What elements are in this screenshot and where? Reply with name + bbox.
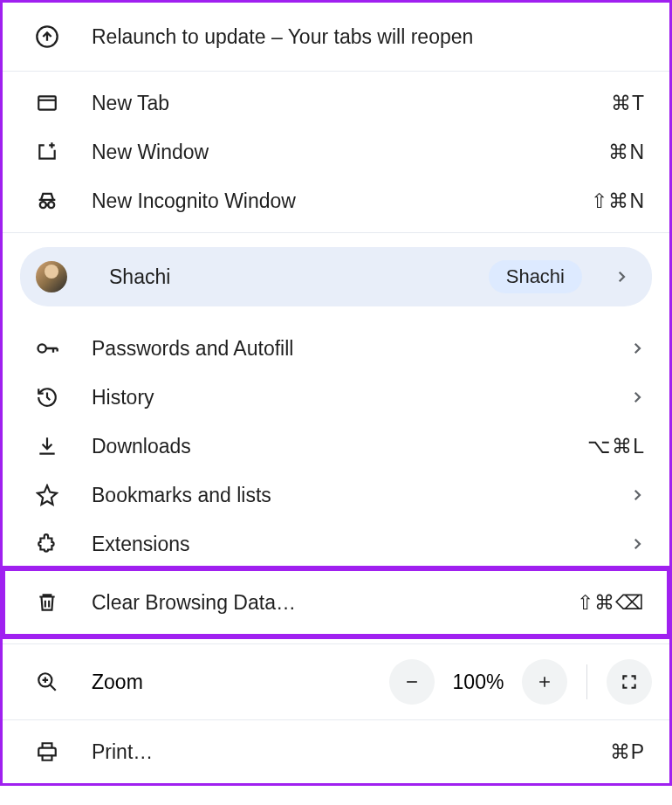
new-window-item[interactable]: New Window ⌘N — [3, 127, 669, 176]
history-label: History — [92, 386, 629, 409]
relaunch-update-label: Relaunch to update – Your tabs will reop… — [92, 25, 645, 49]
print-label: Print… — [92, 740, 610, 764]
new-tab-item[interactable]: New Tab ⌘T — [3, 79, 669, 127]
zoom-row: Zoom 100% — [3, 644, 669, 719]
chevron-right-icon — [614, 269, 629, 285]
downloads-label: Downloads — [92, 435, 587, 458]
clear-browsing-data-label: Clear Browsing Data… — [92, 591, 577, 615]
profile-label: Shachi — [109, 265, 489, 289]
star-icon — [34, 482, 60, 508]
chevron-right-icon — [629, 341, 645, 356]
zoom-controls: 100% — [389, 659, 652, 705]
chrome-menu: Relaunch to update – Your tabs will reop… — [0, 0, 672, 786]
profile-section: Shachi Shachi Passwords and Autofill His… — [3, 232, 669, 643]
new-window-shortcut: ⌘N — [608, 141, 645, 164]
bookmarks-item[interactable]: Bookmarks and lists — [3, 471, 669, 519]
new-tab-label: New Tab — [92, 92, 611, 115]
history-icon — [34, 384, 60, 410]
chevron-right-icon — [629, 536, 645, 552]
key-icon — [34, 335, 60, 361]
profile-badge: Shachi — [489, 260, 582, 293]
svg-point-3 — [48, 202, 54, 208]
new-section: New Tab ⌘T New Window ⌘N New Incognito W… — [3, 71, 669, 232]
bookmarks-label: Bookmarks and lists — [92, 484, 629, 507]
tab-icon — [34, 90, 60, 116]
print-item[interactable]: Print… ⌘P — [3, 727, 669, 776]
avatar — [36, 261, 67, 292]
fullscreen-button[interactable] — [607, 659, 652, 705]
trash-icon — [34, 589, 60, 616]
new-tab-shortcut: ⌘T — [611, 92, 645, 115]
clear-browsing-data-shortcut: ⇧⌘⌫ — [577, 591, 645, 615]
extension-icon — [34, 531, 60, 557]
zoom-in-button[interactable] — [522, 659, 567, 705]
chevron-right-icon — [629, 487, 645, 503]
download-icon — [34, 433, 60, 459]
update-arrow-icon — [34, 24, 60, 50]
zoom-out-button[interactable] — [389, 659, 435, 705]
zoom-value: 100% — [449, 671, 508, 694]
zoom-section: Zoom 100% — [3, 643, 669, 719]
zoom-icon — [34, 669, 60, 695]
extensions-label: Extensions — [92, 533, 629, 556]
print-shortcut: ⌘P — [610, 740, 645, 764]
zoom-label: Zoom — [92, 671, 389, 694]
chevron-right-icon — [629, 389, 645, 405]
history-item[interactable]: History — [3, 373, 669, 422]
new-incognito-label: New Incognito Window — [92, 189, 591, 213]
svg-rect-1 — [38, 96, 56, 109]
relaunch-update-item[interactable]: Relaunch to update – Your tabs will reop… — [3, 3, 669, 71]
svg-point-2 — [40, 202, 46, 208]
print-section: Print… ⌘P — [3, 719, 669, 783]
new-window-icon — [34, 139, 60, 165]
passwords-item[interactable]: Passwords and Autofill — [3, 324, 669, 373]
new-incognito-shortcut: ⇧⌘N — [591, 189, 645, 213]
profile-item[interactable]: Shachi Shachi — [20, 247, 652, 306]
downloads-item[interactable]: Downloads ⌥⌘L — [3, 422, 669, 471]
svg-point-4 — [38, 344, 46, 352]
incognito-icon — [34, 188, 60, 214]
passwords-label: Passwords and Autofill — [92, 337, 629, 361]
divider — [586, 664, 587, 699]
new-incognito-item[interactable]: New Incognito Window ⇧⌘N — [3, 176, 669, 225]
print-icon — [34, 739, 60, 765]
new-window-label: New Window — [92, 141, 608, 164]
extensions-item[interactable]: Extensions — [3, 519, 669, 568]
clear-browsing-data-item[interactable]: Clear Browsing Data… ⇧⌘⌫ — [3, 568, 669, 636]
downloads-shortcut: ⌥⌘L — [587, 435, 645, 458]
